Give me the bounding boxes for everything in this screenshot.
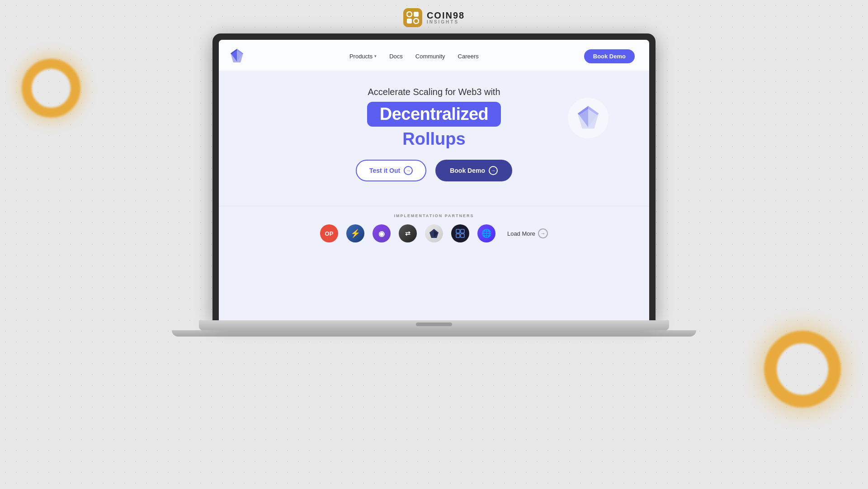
brand-sub: INSIGHTS	[427, 20, 465, 24]
partner-altlayer: ⚡	[346, 224, 364, 242]
decorative-gold-ring-right	[764, 331, 841, 408]
partner-hop: ⇄	[399, 224, 417, 242]
svg-rect-19	[461, 234, 464, 237]
svg-rect-0	[407, 12, 412, 17]
hero-floating-logo	[568, 98, 609, 138]
site-navbar: Products ▾ Docs Community Careers Book D…	[219, 40, 649, 71]
laptop-screen-bezel: Products ▾ Docs Community Careers Book D…	[212, 33, 656, 320]
partners-section: IMPLEMENTATION PARTNERS OP ⚡ ◉	[219, 206, 649, 252]
brand-bar: COIN98 INSIGHTS	[403, 8, 465, 27]
partner-dia	[425, 224, 443, 242]
site-logo	[230, 48, 244, 64]
svg-rect-18	[456, 234, 460, 237]
partner-grid	[451, 224, 469, 242]
svg-rect-2	[407, 19, 412, 24]
hero-logo-icon	[575, 104, 602, 132]
brand-logo-icon	[406, 11, 419, 24]
decorative-gold-ring-left	[22, 59, 80, 118]
test-it-out-button[interactable]: Test it Out →	[356, 160, 426, 181]
svg-rect-1	[414, 12, 419, 17]
partner-optimism: OP	[320, 224, 338, 242]
nav-products[interactable]: Products ▾	[349, 53, 377, 60]
partners-label: IMPLEMENTATION PARTNERS	[246, 214, 622, 218]
load-more-arrow-icon: →	[538, 228, 548, 238]
brand-text-block: COIN98 INSIGHTS	[427, 11, 465, 24]
partners-row: OP ⚡ ◉ ⇄	[246, 224, 622, 242]
load-more-button[interactable]: Load More →	[507, 228, 548, 238]
arrow-icon: →	[489, 166, 498, 175]
hero-book-demo-button[interactable]: Book Demo →	[435, 160, 512, 181]
hero-highlight-word: Decentralized	[367, 102, 501, 127]
hero-buttons: Test it Out → Book Demo →	[356, 160, 512, 181]
hero-highlight-block: Decentralized	[367, 102, 501, 128]
partner-polygon: ◉	[373, 224, 391, 242]
hero-main-word: Rollups	[402, 129, 465, 149]
hero-section: Accelerate Scaling for Web3 with Decentr…	[219, 71, 649, 206]
nav-careers[interactable]: Careers	[458, 53, 479, 60]
laptop-container: Products ▾ Docs Community Careers Book D…	[212, 33, 656, 337]
nav-docs[interactable]: Docs	[389, 53, 403, 60]
laptop-screen: Products ▾ Docs Community Careers Book D…	[219, 40, 649, 320]
nav-links: Products ▾ Docs Community Careers	[349, 53, 479, 60]
laptop-foot	[172, 330, 696, 337]
svg-rect-16	[456, 229, 460, 233]
chevron-down-icon: ▾	[374, 54, 377, 58]
svg-rect-17	[461, 229, 464, 233]
brand-logo-box	[403, 8, 422, 27]
svg-rect-3	[414, 19, 419, 24]
nav-book-demo-button[interactable]: Book Demo	[584, 49, 635, 63]
brand-name: COIN98	[427, 11, 465, 20]
arrow-icon: →	[404, 166, 413, 175]
nav-community[interactable]: Community	[415, 53, 445, 60]
partner-globe: 🌐	[477, 224, 495, 242]
site-logo-icon	[230, 48, 244, 64]
laptop-base	[199, 320, 669, 330]
hero-subtitle: Accelerate Scaling for Web3 with	[368, 87, 500, 97]
